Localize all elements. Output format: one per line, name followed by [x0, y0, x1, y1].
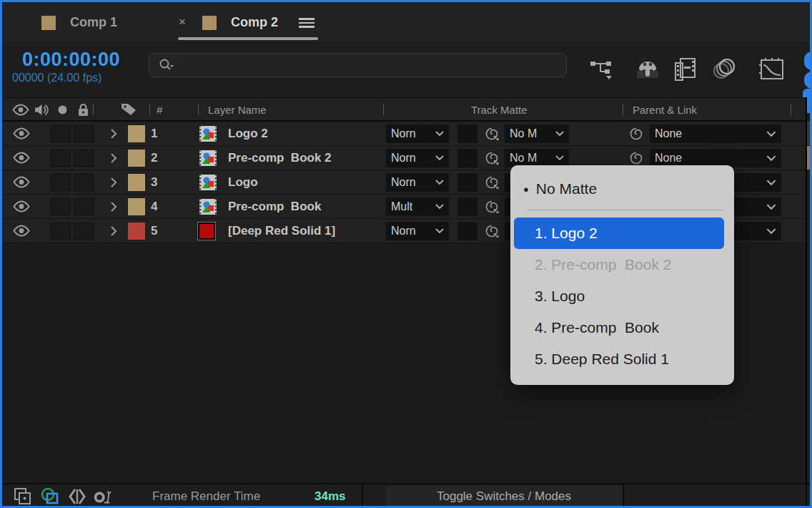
mini-flowchart-icon[interactable] — [588, 57, 615, 82]
switch-cell[interactable] — [74, 150, 94, 167]
blend-mode-value: Mult — [391, 200, 412, 213]
eye-icon[interactable] — [9, 146, 34, 170]
preserve-transparency-cell[interactable] — [457, 222, 477, 240]
expand-chevron-icon[interactable] — [108, 146, 119, 170]
in-out-duration-pane-icon[interactable] — [66, 487, 88, 506]
switch-cell[interactable] — [74, 198, 94, 215]
blend-mode-value: Norn — [391, 225, 416, 238]
menu-item-no-matte[interactable]: ● No Matte — [510, 175, 734, 202]
switch-cell[interactable] — [74, 174, 94, 191]
menu-item-pre-comp-book[interactable]: 4. Pre-comp Book — [510, 312, 734, 343]
layer-name[interactable]: Pre-comp Book 2 — [228, 146, 332, 170]
selected-bullet-icon: ● — [523, 184, 529, 195]
tab-comp-2[interactable]: Comp 2 — [231, 15, 278, 30]
layer-number: 4 — [151, 195, 172, 218]
expand-chevron-icon[interactable] — [108, 122, 119, 145]
layer-name-column-header[interactable]: Layer Name — [208, 98, 267, 121]
switch-cell[interactable] — [74, 223, 94, 240]
timeline-navigator-handle[interactable] — [804, 72, 812, 89]
track-matte-value: No M — [510, 127, 537, 140]
comp-icon — [198, 150, 219, 167]
divider — [623, 484, 624, 508]
transfer-controls-pane-icon[interactable] — [39, 487, 61, 506]
tab-comp-1[interactable]: Comp 1 — [70, 15, 117, 30]
eye-icon[interactable] — [9, 170, 34, 194]
preserve-transparency-cell[interactable] — [457, 197, 477, 216]
lock-column-icon[interactable] — [77, 98, 89, 121]
layer-name[interactable]: [Deep Red Solid 1] — [228, 219, 335, 243]
solo-column-icon[interactable] — [58, 98, 67, 121]
track-matte-column-header[interactable]: Track Matte — [471, 98, 528, 121]
divider — [198, 104, 199, 115]
parent-dropdown[interactable]: None — [650, 124, 781, 143]
eye-icon[interactable] — [9, 219, 34, 243]
layer-name[interactable]: Logo 2 — [228, 122, 268, 145]
eye-icon[interactable] — [9, 122, 34, 145]
eye-icon[interactable] — [9, 195, 34, 218]
chevron-down-icon — [766, 204, 776, 210]
toggle-switches-modes-button[interactable]: Toggle Switches / Modes — [385, 486, 623, 507]
matte-pickwhip-icon[interactable] — [481, 170, 502, 194]
graph-editor-icon[interactable] — [758, 57, 786, 82]
switch-cell[interactable] — [51, 174, 71, 191]
solid-icon — [198, 223, 219, 240]
video-column-eye-icon[interactable] — [11, 98, 30, 121]
preserve-transparency-cell[interactable] — [457, 173, 477, 192]
expand-chevron-icon[interactable] — [108, 170, 119, 194]
label-color-chip[interactable] — [128, 198, 145, 215]
frame-blending-icon[interactable] — [673, 57, 700, 82]
menu-item-deep-red-solid[interactable]: 5. Deep Red Solid 1 — [510, 343, 734, 375]
track-matte-dropdown[interactable]: No M — [505, 124, 569, 143]
index-column-header[interactable]: # — [157, 98, 162, 121]
draft-3d-icon[interactable] — [634, 57, 661, 82]
blend-mode-dropdown[interactable]: Norn — [386, 124, 449, 143]
switch-cell[interactable] — [51, 150, 71, 167]
label-column-tag-icon[interactable] — [120, 98, 137, 121]
track-matte-context-menu: ● No Matte 1. Logo 2 2. Pre-comp Book 2 … — [510, 165, 734, 385]
current-timecode[interactable]: 0:00:00:00 — [22, 49, 120, 71]
layer-switches-pane-icon[interactable] — [12, 487, 34, 506]
switch-cell[interactable] — [51, 198, 71, 215]
switch-cell[interactable] — [74, 125, 94, 142]
panel-menu-icon[interactable] — [299, 18, 315, 28]
close-tab-icon[interactable]: × — [179, 15, 186, 29]
comp-icon — [198, 174, 219, 191]
expand-chevron-icon[interactable] — [108, 195, 119, 218]
layer-name[interactable]: Logo — [228, 170, 258, 194]
track-matte-value: No M — [510, 152, 537, 165]
matte-pickwhip-icon[interactable] — [481, 219, 502, 243]
expand-chevron-icon[interactable] — [108, 219, 119, 243]
parent-link-column-header[interactable]: Parent & Link — [633, 98, 697, 121]
matte-pickwhip-icon[interactable] — [481, 122, 502, 145]
switch-cell[interactable] — [51, 125, 71, 142]
layer-name[interactable]: Pre-comp Book — [228, 195, 321, 218]
preserve-transparency-cell[interactable] — [457, 149, 477, 167]
blend-mode-dropdown[interactable]: Norn — [386, 173, 449, 192]
label-color-chip[interactable] — [128, 223, 145, 240]
chevron-down-icon — [766, 155, 776, 162]
menu-item-logo[interactable]: 3. Logo — [510, 280, 734, 312]
parent-pickwhip-icon[interactable] — [625, 122, 647, 145]
chevron-down-icon — [555, 155, 564, 161]
switch-cell[interactable] — [51, 223, 71, 240]
label-color-chip[interactable] — [128, 174, 145, 191]
motion-blur-icon[interactable] — [711, 57, 738, 82]
blend-mode-dropdown[interactable]: Mult — [386, 197, 449, 216]
audio-column-speaker-icon[interactable] — [34, 98, 49, 121]
layer-number: 1 — [151, 122, 172, 145]
timeline-navigator-handle[interactable] — [804, 52, 812, 70]
label-color-chip[interactable] — [128, 150, 145, 167]
chevron-down-icon — [766, 228, 776, 235]
preserve-transparency-cell[interactable] — [457, 124, 477, 143]
render-time-pane-snail-icon[interactable] — [91, 487, 112, 506]
blend-mode-dropdown[interactable]: Norn — [386, 222, 449, 240]
matte-pickwhip-icon[interactable] — [481, 146, 502, 170]
column-header-row: # Layer Name Track Matte Parent & Link — [2, 97, 806, 122]
layer-row-1[interactable]: 1 Logo 2 Norn No M None — [2, 122, 806, 146]
toolbar: 0:00:00:00 00000 (24.00 fps) — [2, 41, 810, 97]
label-color-chip[interactable] — [128, 125, 145, 142]
matte-pickwhip-icon[interactable] — [481, 195, 502, 218]
blend-mode-dropdown[interactable]: Norn — [386, 149, 449, 167]
menu-item-logo-2[interactable]: 1. Logo 2 — [514, 218, 724, 249]
search-input[interactable] — [149, 53, 567, 77]
